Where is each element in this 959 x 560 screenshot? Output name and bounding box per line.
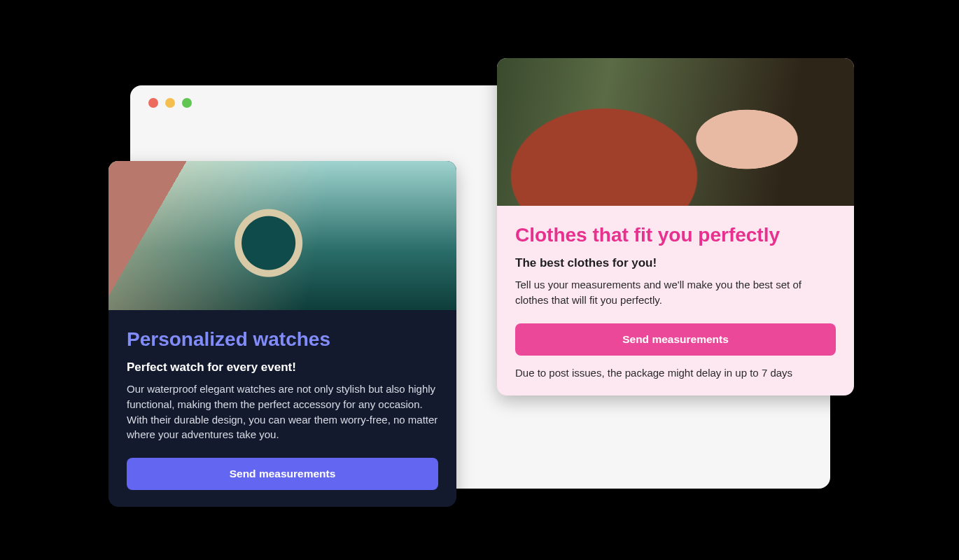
card-clothes: Clothes that fit you perfectly The best …	[497, 58, 854, 396]
send-measurements-button[interactable]: Send measurements	[127, 458, 438, 490]
delivery-note: Due to post issues, the package might de…	[515, 367, 836, 379]
card-text: Our waterproof elegant watches are not o…	[127, 382, 438, 442]
card-body: Clothes that fit you perfectly The best …	[497, 206, 854, 396]
watch-image	[108, 161, 456, 310]
card-watches: Personalized watches Perfect watch for e…	[108, 161, 456, 507]
window-maximize-icon[interactable]	[182, 98, 192, 108]
send-measurements-button[interactable]: Send measurements	[515, 323, 836, 356]
card-title: Clothes that fit you perfectly	[515, 224, 836, 246]
window-close-icon[interactable]	[148, 98, 158, 108]
clothes-image	[497, 58, 854, 206]
card-title: Personalized watches	[127, 328, 438, 351]
card-subtitle: The best clothes for you!	[515, 256, 836, 270]
window-minimize-icon[interactable]	[165, 98, 175, 108]
card-text: Tell us your measurements and we'll make…	[515, 277, 836, 308]
card-subtitle: Perfect watch for every event!	[127, 360, 438, 374]
card-body: Personalized watches Perfect watch for e…	[108, 310, 456, 507]
